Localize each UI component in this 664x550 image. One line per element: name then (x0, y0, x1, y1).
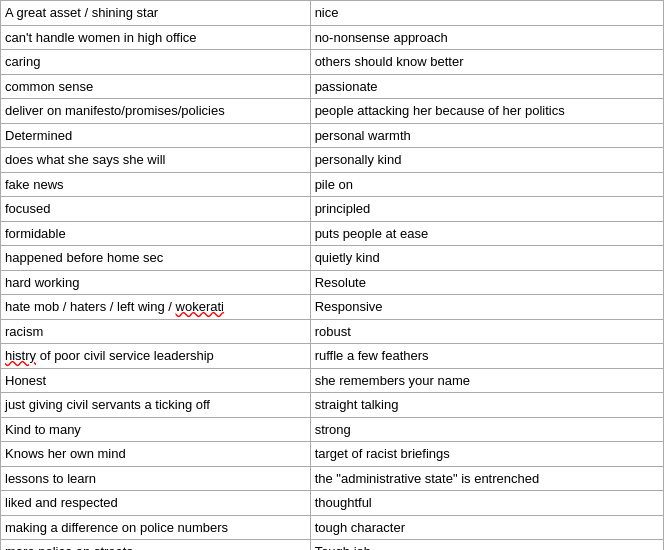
table-cell: Kind to many (1, 417, 311, 442)
table-cell: personally kind (310, 148, 663, 173)
table-cell: she remembers your name (310, 368, 663, 393)
table-cell: formidable (1, 221, 311, 246)
table-cell: liked and respected (1, 491, 311, 516)
table-cell: thoughtful (310, 491, 663, 516)
table-cell: A great asset / shining star (1, 1, 311, 26)
table-row: Honestshe remembers your name (1, 368, 664, 393)
table-row: fake newspile on (1, 172, 664, 197)
table-row: liked and respectedthoughtful (1, 491, 664, 516)
table-cell: deliver on manifesto/promises/policies (1, 99, 311, 124)
data-table: A great asset / shining starnicecan't ha… (0, 0, 664, 550)
table-row: happened before home secquietly kind (1, 246, 664, 271)
table-row: histry of poor civil service leadershipr… (1, 344, 664, 369)
misspelled-word: histry (5, 348, 36, 363)
table-cell: others should know better (310, 50, 663, 75)
table-row: Determinedpersonal warmth (1, 123, 664, 148)
table-cell: caring (1, 50, 311, 75)
table-cell: principled (310, 197, 663, 222)
table-row: formidableputs people at ease (1, 221, 664, 246)
table-cell: straight talking (310, 393, 663, 418)
table-row: more police on streetsTough job (1, 540, 664, 551)
table-row: can't handle women in high officeno-nons… (1, 25, 664, 50)
table-cell: common sense (1, 74, 311, 99)
table-row: Kind to manystrong (1, 417, 664, 442)
table-cell: histry of poor civil service leadership (1, 344, 311, 369)
table-cell: Determined (1, 123, 311, 148)
table-row: lessons to learnthe "administrative stat… (1, 466, 664, 491)
table-cell: hard working (1, 270, 311, 295)
table-cell: personal warmth (310, 123, 663, 148)
table-cell: more police on streets (1, 540, 311, 551)
table-cell: passionate (310, 74, 663, 99)
table-cell: Responsive (310, 295, 663, 320)
table-cell: lessons to learn (1, 466, 311, 491)
table-cell: happened before home sec (1, 246, 311, 271)
table-row: A great asset / shining starnice (1, 1, 664, 26)
table-cell: the "administrative state" is entrenched (310, 466, 663, 491)
table-row: common sensepassionate (1, 74, 664, 99)
table-cell: strong (310, 417, 663, 442)
table-cell: can't handle women in high office (1, 25, 311, 50)
table-row: just giving civil servants a ticking off… (1, 393, 664, 418)
table-row: hate mob / haters / left wing / wokerati… (1, 295, 664, 320)
table-cell: ruffle a few feathers (310, 344, 663, 369)
table-cell: focused (1, 197, 311, 222)
table-row: racismrobust (1, 319, 664, 344)
table-cell: puts people at ease (310, 221, 663, 246)
table-row: making a difference on police numberstou… (1, 515, 664, 540)
misspelled-word: wokerati (176, 299, 224, 314)
table-cell: hate mob / haters / left wing / wokerati (1, 295, 311, 320)
table-cell: pile on (310, 172, 663, 197)
table-row: does what she says she willpersonally ki… (1, 148, 664, 173)
table-cell: does what she says she will (1, 148, 311, 173)
table-cell: racism (1, 319, 311, 344)
table-row: hard workingResolute (1, 270, 664, 295)
table-cell: just giving civil servants a ticking off (1, 393, 311, 418)
table-cell: Honest (1, 368, 311, 393)
table-cell: Resolute (310, 270, 663, 295)
table-cell: people attacking her because of her poli… (310, 99, 663, 124)
table-row: caringothers should know better (1, 50, 664, 75)
table-cell: nice (310, 1, 663, 26)
table-cell: Tough job (310, 540, 663, 551)
table-cell: target of racist briefings (310, 442, 663, 467)
table-cell: fake news (1, 172, 311, 197)
table-cell: tough character (310, 515, 663, 540)
table-row: Knows her own mindtarget of racist brief… (1, 442, 664, 467)
table-cell: quietly kind (310, 246, 663, 271)
table-cell: making a difference on police numbers (1, 515, 311, 540)
table-cell: Knows her own mind (1, 442, 311, 467)
table-row: focusedprincipled (1, 197, 664, 222)
table-row: deliver on manifesto/promises/policiespe… (1, 99, 664, 124)
table-cell: robust (310, 319, 663, 344)
table-cell: no-nonsense approach (310, 25, 663, 50)
